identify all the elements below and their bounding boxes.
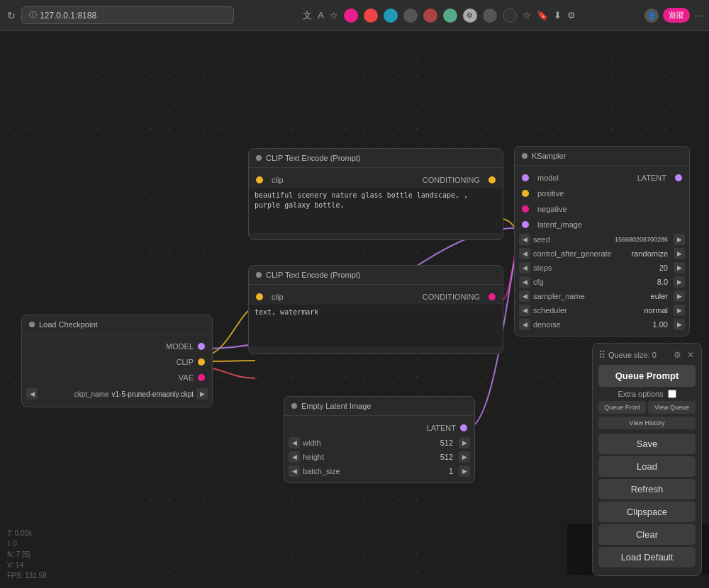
download-icon[interactable]: ⬇ [554,10,562,21]
node-status-dot [522,153,527,159]
status-v: V: 14 [7,560,47,570]
conditioning-out-connector[interactable] [489,176,496,183]
queue-close-btn[interactable]: ✕ [686,350,696,360]
model-label: MODEL [166,342,194,351]
refresh-button[interactable]: Refresh [598,479,696,499]
height-prev-btn[interactable]: ◀ [289,451,300,463]
model-connector[interactable] [198,343,205,350]
ksampler-latent-out[interactable] [675,174,682,181]
ksampler-steps-row: ◀ steps 20 ▶ [515,261,689,275]
height-next-btn[interactable]: ▶ [459,451,470,463]
ext-icon-5[interactable] [423,9,437,23]
ksampler-negative-in[interactable] [522,205,529,213]
view-history-button[interactable]: View History [598,417,696,429]
node-body-load-checkpoint: MODEL CLIP VAE ◀ ckpt_name v1-5-pruned-e… [22,334,212,407]
bookmark-icon[interactable]: ☆ [330,10,338,21]
ext-icon-4[interactable] [403,9,418,23]
ext-icon-9[interactable] [503,9,517,23]
sampler-prev-btn[interactable]: ◀ [519,290,530,302]
model-output-row: MODEL [22,339,212,354]
more-icon[interactable]: ··· [694,10,702,21]
batch-prev-btn[interactable]: ◀ [289,465,300,477]
extra-options-checkbox[interactable] [668,390,676,398]
conditioning-neg-out-connector[interactable] [489,293,496,300]
queue-gear-btn[interactable]: ⚙ [672,350,683,360]
ext-icon-3[interactable] [384,9,398,23]
node-header-clip-positive[interactable]: CLIP Text Encode (Prompt) [249,149,503,168]
sampler-value: euler [651,292,668,300]
latent-out-connector[interactable] [460,424,467,431]
denoise-next-btn[interactable]: ▶ [674,319,685,330]
node-title-load-checkpoint: Load Checkpoint [39,320,98,329]
positive-prompt-textarea[interactable]: beautiful scenery nature glass bottle la… [249,188,503,233]
node-header-load-checkpoint[interactable]: Load Checkpoint [22,315,212,334]
vae-connector[interactable] [198,374,205,381]
save-button[interactable]: Save [598,434,696,454]
font-icon[interactable]: A [318,10,324,21]
clipspace-button[interactable]: Clipspace [598,502,696,522]
node-header-clip-negative[interactable]: CLIP Text Encode (Prompt) [249,266,503,285]
cfg-next-btn[interactable]: ▶ [674,276,685,288]
profile-button[interactable]: 遊蹤 [663,8,690,23]
node-body-clip-negative: clip CONDITIONING text, watermark [249,285,503,354]
ckpt-next-btn[interactable]: ▶ [196,388,208,400]
control-next-btn[interactable]: ▶ [674,248,685,259]
clip-connector[interactable] [198,358,205,366]
control-value: randomize [632,249,668,258]
ksampler-cfg-row: ◀ cfg 8.0 ▶ [515,275,689,289]
vae-label: VAE [179,373,194,382]
clip-negative-node: CLIP Text Encode (Prompt) clip CONDITION… [248,265,503,354]
latent-output-row: LATENT [284,420,474,436]
control-prev-btn[interactable]: ◀ [519,248,530,259]
steps-value: 20 [659,264,668,272]
queue-panel: ⠿ Queue size: 0 ⚙ ✕ Queue Prompt Extra o… [592,343,702,576]
browser-toolbar: 文 A ☆ ⚙ ☆ 🔖 ⬇ ⚙ [240,9,639,23]
node-header-ksampler[interactable]: KSampler [515,147,689,166]
steps-next-btn[interactable]: ▶ [674,262,685,273]
negative-prompt-textarea[interactable]: text, watermark [249,305,503,347]
scheduler-next-btn[interactable]: ▶ [674,305,685,316]
denoise-prev-btn[interactable]: ◀ [519,319,530,330]
ksampler-negative-row: negative [515,201,689,217]
ksampler-latent-in[interactable] [522,221,529,228]
reload-icon[interactable]: ↻ [7,10,16,21]
canvas-area[interactable]: Load Checkpoint MODEL CLIP VAE ◀ ckpt_na… [0,31,709,588]
collections-icon[interactable]: 🔖 [537,10,548,21]
latent-out-label: LATENT [427,424,456,432]
vae-output-row: VAE [22,370,212,385]
width-prev-btn[interactable]: ◀ [289,437,300,448]
queue-prompt-button[interactable]: Queue Prompt [598,365,696,387]
cfg-prev-btn[interactable]: ◀ [519,276,530,288]
sampler-next-btn[interactable]: ▶ [674,290,685,302]
settings-icon[interactable]: ⚙ [567,10,576,21]
ext-icon-1[interactable] [344,9,358,23]
queue-front-button[interactable]: Queue Front [598,401,646,414]
translate-icon[interactable]: 文 [303,9,312,22]
ext-icon-8[interactable] [483,9,497,23]
ksampler-model-in[interactable] [522,174,529,181]
clip-neg-input-row: clip CONDITIONING [249,289,503,305]
view-queue-button[interactable]: View Queue [648,401,696,414]
ksampler-positive-in[interactable] [522,190,529,197]
clear-button[interactable]: Clear [598,524,696,545]
node-status-dot [256,155,262,161]
load-default-button[interactable]: Load Default [598,547,696,567]
ckpt-prev-btn[interactable]: ◀ [26,388,38,400]
node-header-empty-latent[interactable]: Empty Latent Image [284,397,474,416]
width-next-btn[interactable]: ▶ [459,437,470,448]
avatar[interactable]: 👤 [644,9,659,23]
seed-prev-btn[interactable]: ◀ [519,234,530,245]
node-title-ksampler: KSampler [532,152,566,160]
seed-next-btn[interactable]: ▶ [674,234,685,245]
load-button[interactable]: Load [598,456,696,477]
steps-prev-btn[interactable]: ◀ [519,262,530,273]
clip-in-connector[interactable] [256,176,263,183]
ext-icon-2[interactable] [364,9,378,23]
ext-icon-6[interactable] [443,9,457,23]
url-bar[interactable]: ⓘ 127.0.0.1:8188 [21,6,234,24]
clip-neg-in-connector[interactable] [256,293,263,300]
star-icon[interactable]: ☆ [523,10,531,21]
ext-icon-7[interactable]: ⚙ [463,9,477,23]
batch-next-btn[interactable]: ▶ [459,465,470,477]
scheduler-prev-btn[interactable]: ◀ [519,305,530,316]
